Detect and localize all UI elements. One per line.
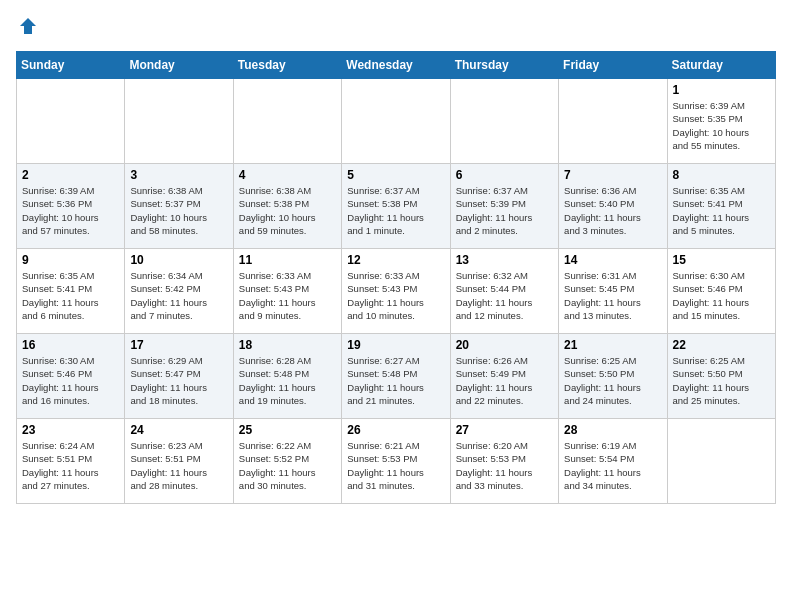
calendar-cell: 11Sunrise: 6:33 AMSunset: 5:43 PMDayligh… xyxy=(233,249,341,334)
day-info: Sunrise: 6:39 AMSunset: 5:35 PMDaylight:… xyxy=(673,99,770,152)
calendar-cell: 28Sunrise: 6:19 AMSunset: 5:54 PMDayligh… xyxy=(559,419,667,504)
day-number: 1 xyxy=(673,83,770,97)
calendar-cell: 16Sunrise: 6:30 AMSunset: 5:46 PMDayligh… xyxy=(17,334,125,419)
header-saturday: Saturday xyxy=(667,52,775,79)
day-info: Sunrise: 6:34 AMSunset: 5:42 PMDaylight:… xyxy=(130,269,227,322)
calendar-header-row: SundayMondayTuesdayWednesdayThursdayFrid… xyxy=(17,52,776,79)
header xyxy=(16,16,776,41)
calendar-cell: 2Sunrise: 6:39 AMSunset: 5:36 PMDaylight… xyxy=(17,164,125,249)
calendar-cell: 4Sunrise: 6:38 AMSunset: 5:38 PMDaylight… xyxy=(233,164,341,249)
header-monday: Monday xyxy=(125,52,233,79)
day-number: 18 xyxy=(239,338,336,352)
day-number: 23 xyxy=(22,423,119,437)
day-info: Sunrise: 6:25 AMSunset: 5:50 PMDaylight:… xyxy=(564,354,661,407)
calendar-cell: 17Sunrise: 6:29 AMSunset: 5:47 PMDayligh… xyxy=(125,334,233,419)
day-info: Sunrise: 6:27 AMSunset: 5:48 PMDaylight:… xyxy=(347,354,444,407)
day-info: Sunrise: 6:29 AMSunset: 5:47 PMDaylight:… xyxy=(130,354,227,407)
calendar-cell: 24Sunrise: 6:23 AMSunset: 5:51 PMDayligh… xyxy=(125,419,233,504)
day-info: Sunrise: 6:20 AMSunset: 5:53 PMDaylight:… xyxy=(456,439,553,492)
day-info: Sunrise: 6:32 AMSunset: 5:44 PMDaylight:… xyxy=(456,269,553,322)
calendar-week-3: 16Sunrise: 6:30 AMSunset: 5:46 PMDayligh… xyxy=(17,334,776,419)
day-number: 15 xyxy=(673,253,770,267)
day-number: 20 xyxy=(456,338,553,352)
calendar-cell: 23Sunrise: 6:24 AMSunset: 5:51 PMDayligh… xyxy=(17,419,125,504)
day-number: 4 xyxy=(239,168,336,182)
calendar-week-1: 2Sunrise: 6:39 AMSunset: 5:36 PMDaylight… xyxy=(17,164,776,249)
day-info: Sunrise: 6:37 AMSunset: 5:38 PMDaylight:… xyxy=(347,184,444,237)
calendar-week-0: 1Sunrise: 6:39 AMSunset: 5:35 PMDaylight… xyxy=(17,79,776,164)
calendar-cell: 7Sunrise: 6:36 AMSunset: 5:40 PMDaylight… xyxy=(559,164,667,249)
header-friday: Friday xyxy=(559,52,667,79)
calendar-cell: 10Sunrise: 6:34 AMSunset: 5:42 PMDayligh… xyxy=(125,249,233,334)
day-number: 7 xyxy=(564,168,661,182)
day-number: 26 xyxy=(347,423,444,437)
header-sunday: Sunday xyxy=(17,52,125,79)
calendar-cell: 21Sunrise: 6:25 AMSunset: 5:50 PMDayligh… xyxy=(559,334,667,419)
day-info: Sunrise: 6:21 AMSunset: 5:53 PMDaylight:… xyxy=(347,439,444,492)
day-info: Sunrise: 6:19 AMSunset: 5:54 PMDaylight:… xyxy=(564,439,661,492)
calendar-week-4: 23Sunrise: 6:24 AMSunset: 5:51 PMDayligh… xyxy=(17,419,776,504)
calendar-cell: 13Sunrise: 6:32 AMSunset: 5:44 PMDayligh… xyxy=(450,249,558,334)
calendar-cell: 19Sunrise: 6:27 AMSunset: 5:48 PMDayligh… xyxy=(342,334,450,419)
day-info: Sunrise: 6:28 AMSunset: 5:48 PMDaylight:… xyxy=(239,354,336,407)
calendar-cell: 8Sunrise: 6:35 AMSunset: 5:41 PMDaylight… xyxy=(667,164,775,249)
day-number: 13 xyxy=(456,253,553,267)
day-info: Sunrise: 6:39 AMSunset: 5:36 PMDaylight:… xyxy=(22,184,119,237)
calendar-cell: 3Sunrise: 6:38 AMSunset: 5:37 PMDaylight… xyxy=(125,164,233,249)
calendar-cell xyxy=(233,79,341,164)
day-number: 8 xyxy=(673,168,770,182)
calendar-cell xyxy=(17,79,125,164)
calendar-week-2: 9Sunrise: 6:35 AMSunset: 5:41 PMDaylight… xyxy=(17,249,776,334)
day-info: Sunrise: 6:38 AMSunset: 5:37 PMDaylight:… xyxy=(130,184,227,237)
header-tuesday: Tuesday xyxy=(233,52,341,79)
day-info: Sunrise: 6:31 AMSunset: 5:45 PMDaylight:… xyxy=(564,269,661,322)
calendar-cell: 26Sunrise: 6:21 AMSunset: 5:53 PMDayligh… xyxy=(342,419,450,504)
day-number: 17 xyxy=(130,338,227,352)
day-number: 14 xyxy=(564,253,661,267)
day-number: 5 xyxy=(347,168,444,182)
calendar-cell: 20Sunrise: 6:26 AMSunset: 5:49 PMDayligh… xyxy=(450,334,558,419)
day-number: 6 xyxy=(456,168,553,182)
calendar-cell: 5Sunrise: 6:37 AMSunset: 5:38 PMDaylight… xyxy=(342,164,450,249)
calendar-cell: 18Sunrise: 6:28 AMSunset: 5:48 PMDayligh… xyxy=(233,334,341,419)
calendar-cell xyxy=(559,79,667,164)
day-number: 3 xyxy=(130,168,227,182)
calendar-cell xyxy=(125,79,233,164)
calendar-cell xyxy=(450,79,558,164)
calendar-cell: 27Sunrise: 6:20 AMSunset: 5:53 PMDayligh… xyxy=(450,419,558,504)
calendar-cell: 1Sunrise: 6:39 AMSunset: 5:35 PMDaylight… xyxy=(667,79,775,164)
day-info: Sunrise: 6:36 AMSunset: 5:40 PMDaylight:… xyxy=(564,184,661,237)
day-number: 11 xyxy=(239,253,336,267)
day-number: 16 xyxy=(22,338,119,352)
day-info: Sunrise: 6:37 AMSunset: 5:39 PMDaylight:… xyxy=(456,184,553,237)
day-number: 22 xyxy=(673,338,770,352)
day-number: 2 xyxy=(22,168,119,182)
day-info: Sunrise: 6:35 AMSunset: 5:41 PMDaylight:… xyxy=(22,269,119,322)
day-number: 19 xyxy=(347,338,444,352)
day-number: 10 xyxy=(130,253,227,267)
calendar-cell: 6Sunrise: 6:37 AMSunset: 5:39 PMDaylight… xyxy=(450,164,558,249)
calendar-cell: 22Sunrise: 6:25 AMSunset: 5:50 PMDayligh… xyxy=(667,334,775,419)
day-info: Sunrise: 6:33 AMSunset: 5:43 PMDaylight:… xyxy=(239,269,336,322)
calendar-cell: 25Sunrise: 6:22 AMSunset: 5:52 PMDayligh… xyxy=(233,419,341,504)
day-info: Sunrise: 6:26 AMSunset: 5:49 PMDaylight:… xyxy=(456,354,553,407)
day-number: 24 xyxy=(130,423,227,437)
day-info: Sunrise: 6:30 AMSunset: 5:46 PMDaylight:… xyxy=(673,269,770,322)
day-number: 12 xyxy=(347,253,444,267)
calendar-cell xyxy=(667,419,775,504)
day-info: Sunrise: 6:25 AMSunset: 5:50 PMDaylight:… xyxy=(673,354,770,407)
day-info: Sunrise: 6:33 AMSunset: 5:43 PMDaylight:… xyxy=(347,269,444,322)
day-info: Sunrise: 6:22 AMSunset: 5:52 PMDaylight:… xyxy=(239,439,336,492)
day-number: 25 xyxy=(239,423,336,437)
calendar-cell: 14Sunrise: 6:31 AMSunset: 5:45 PMDayligh… xyxy=(559,249,667,334)
day-number: 28 xyxy=(564,423,661,437)
calendar-cell: 12Sunrise: 6:33 AMSunset: 5:43 PMDayligh… xyxy=(342,249,450,334)
day-info: Sunrise: 6:30 AMSunset: 5:46 PMDaylight:… xyxy=(22,354,119,407)
day-info: Sunrise: 6:23 AMSunset: 5:51 PMDaylight:… xyxy=(130,439,227,492)
svg-marker-0 xyxy=(20,18,36,34)
day-number: 27 xyxy=(456,423,553,437)
day-number: 9 xyxy=(22,253,119,267)
day-info: Sunrise: 6:38 AMSunset: 5:38 PMDaylight:… xyxy=(239,184,336,237)
header-wednesday: Wednesday xyxy=(342,52,450,79)
logo xyxy=(16,16,38,41)
